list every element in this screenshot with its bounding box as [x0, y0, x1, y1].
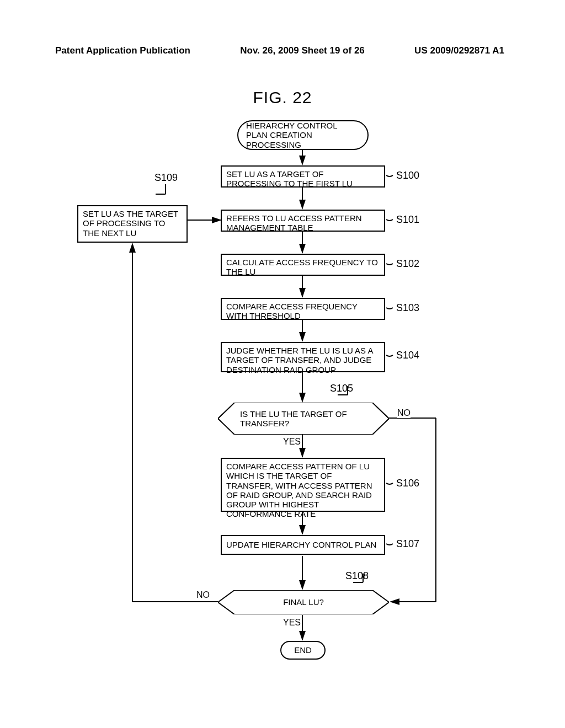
step-s107: UPDATE HIERARCHY CONTROL PLAN: [221, 535, 385, 555]
step-s103-text: COMPARE ACCESS FREQUENCY WITH THRESHOLD: [226, 302, 358, 320]
terminator-start-text: HIERARCHY CONTROL PLAN CREATION PROCESSI…: [246, 121, 360, 149]
label-s108: S108: [345, 570, 369, 582]
step-s106: COMPARE ACCESS PATTERN OF LU WHICH IS TH…: [221, 458, 385, 512]
label-s105: S105: [330, 383, 353, 394]
step-s106-text: COMPARE ACCESS PATTERN OF LU WHICH IS TH…: [226, 462, 372, 518]
flowchart: HIERARCHY CONTROL PLAN CREATION PROCESSI…: [0, 0, 565, 728]
step-s101: REFERS TO LU ACCESS PATTERN MANAGEMENT T…: [221, 210, 385, 232]
step-s100-text: SET LU AS A TARGET OF PROCESSING TO THE …: [226, 169, 353, 188]
label-s107: S107: [396, 538, 419, 550]
decision-s108-no: NO: [196, 590, 210, 600]
decision-s108-text: FINAL LU?: [218, 597, 389, 607]
step-s109: SET LU AS THE TARGET OF PROCESSING TO TH…: [77, 205, 188, 243]
step-s100: SET LU AS A TARGET OF PROCESSING TO THE …: [221, 165, 385, 188]
terminator-start: HIERARCHY CONTROL PLAN CREATION PROCESSI…: [237, 120, 369, 150]
label-s106: S106: [396, 478, 419, 489]
decision-s105-text: IS THE LU THE TARGET OF TRANSFER?: [240, 409, 367, 429]
decision-s108-yes: YES: [283, 618, 301, 628]
decision-s108: FINAL LU?: [218, 590, 389, 614]
step-s101-text: REFERS TO LU ACCESS PATTERN MANAGEMENT T…: [226, 213, 362, 232]
step-s109-text: SET LU AS THE TARGET OF PROCESSING TO TH…: [83, 209, 178, 238]
step-s102: CALCULATE ACCESS FREQUENCY TO THE LU: [221, 254, 385, 276]
terminator-end: END: [280, 641, 326, 660]
label-s109: S109: [154, 172, 178, 184]
decision-s105-no: NO: [397, 408, 411, 418]
decision-s105: IS THE LU THE TARGET OF TRANSFER?: [218, 403, 389, 435]
step-s104-text: JUDGE WHETHER THE LU IS LU AS A TARGET O…: [226, 346, 373, 374]
step-s107-text: UPDATE HIERARCHY CONTROL PLAN: [226, 540, 376, 549]
decision-s105-yes: YES: [283, 437, 301, 447]
label-s102: S102: [396, 258, 419, 270]
label-s104: S104: [396, 350, 419, 361]
step-s104: JUDGE WHETHER THE LU IS LU AS A TARGET O…: [221, 342, 385, 372]
label-s100: S100: [396, 170, 419, 181]
terminator-end-text: END: [294, 645, 312, 655]
label-s103: S103: [396, 302, 419, 314]
label-s101: S101: [396, 214, 419, 226]
step-s103: COMPARE ACCESS FREQUENCY WITH THRESHOLD: [221, 298, 385, 320]
step-s102-text: CALCULATE ACCESS FREQUENCY TO THE LU: [226, 258, 378, 276]
